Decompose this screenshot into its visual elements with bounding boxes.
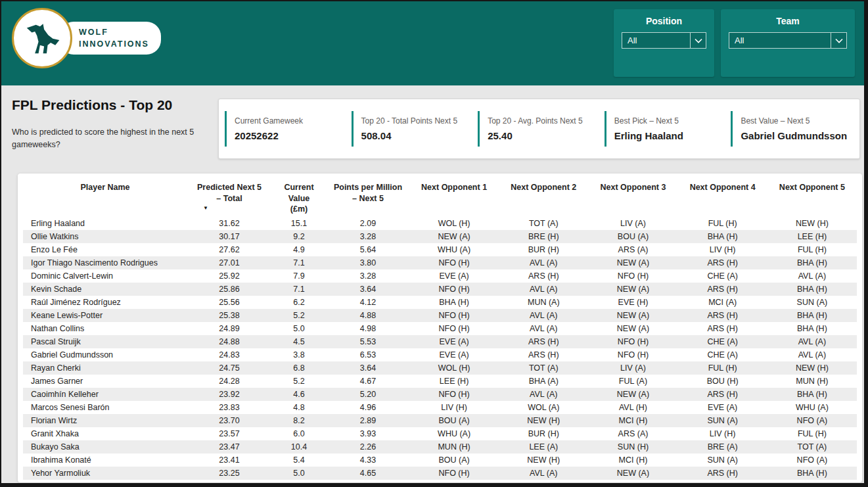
table-row[interactable]: James Garner24.285.24.67LEE (H)BHA (A)FU… <box>23 375 857 388</box>
table-row[interactable]: Granit Xhaka23.576.03.93WHU (A)BUR (H)AR… <box>23 427 857 440</box>
table-row[interactable]: Ibrahima Konaté23.415.44.33BOU (A)NEW (H… <box>23 453 857 467</box>
table-cell: LIV (A) <box>588 361 677 375</box>
table-cell: NEW (A) <box>588 256 677 269</box>
page-title: FPL Predictions - Top 20 <box>12 97 172 113</box>
table-cell: 6.0 <box>271 427 327 440</box>
player-name-cell: Pascal Struijk <box>23 335 187 348</box>
table-cell: 4.33 <box>327 453 409 467</box>
table-row[interactable]: Bukayo Saka23.4710.42.26MUN (H)LEE (A)SU… <box>23 440 857 453</box>
table-cell: 4.96 <box>327 401 409 414</box>
table-cell: NFO (H) <box>588 335 677 348</box>
column-header[interactable]: Next Opponent 5 <box>767 177 857 217</box>
column-header[interactable]: Next Opponent 4 <box>678 177 767 217</box>
table-cell: 23.41 <box>187 453 271 467</box>
table-cell: BRE (A) <box>678 440 767 453</box>
table-cell: 25.56 <box>187 296 271 309</box>
table-cell: NEW (A) <box>588 309 677 322</box>
kpi-avg-points: Top 20 - Avg. Points Next 5 25.40 <box>478 111 601 147</box>
table-row[interactable]: Erling Haaland31.6215.12.09WOL (H)TOT (A… <box>23 217 857 230</box>
table-row[interactable]: Caoimhín Kelleher23.924.65.20NFO (H)AVL … <box>23 388 857 401</box>
player-name-cell: Igor Thiago Nascimento Rodrigues <box>23 256 187 269</box>
player-name-cell: Ibrahima Konaté <box>23 453 187 467</box>
table-cell: 3.93 <box>327 427 409 440</box>
player-name-cell: Florian Wirtz <box>23 414 187 427</box>
table-cell: 23.57 <box>187 427 271 440</box>
column-header[interactable]: Next Opponent 3 <box>588 177 677 217</box>
table-cell: ARS (H) <box>678 309 767 322</box>
table-cell: 3.64 <box>327 283 409 296</box>
table-cell: 5.4 <box>271 453 327 467</box>
table-cell: BRE (H) <box>499 230 588 243</box>
header-bar: WOLF INNOVATIONS Position All Team All <box>1 1 864 85</box>
table-cell: NEW (A) <box>588 467 677 480</box>
team-dropdown[interactable]: All <box>729 32 847 49</box>
table-cell: 3.64 <box>327 361 409 375</box>
predictions-table-card: Player NamePredicted Next 5 – Total▼Curr… <box>18 174 862 482</box>
team-dropdown-value: All <box>735 35 744 45</box>
table-row[interactable]: Keane Lewis-Potter25.385.24.88NFO (H)AVL… <box>23 309 857 322</box>
table-row[interactable]: Florian Wirtz23.708.22.89BOU (A)NEW (H)M… <box>23 414 857 427</box>
table-cell: NEW (H) <box>767 217 857 230</box>
table-row[interactable]: Raúl Jiménez Rodríguez25.566.24.12BHA (H… <box>23 296 857 309</box>
column-header[interactable]: Points per Million – Next 5 <box>327 177 409 217</box>
table-cell: BHA (H) <box>767 322 857 335</box>
brand-name: WOLF INNOVATIONS <box>59 22 161 55</box>
table-cell: AVL (A) <box>499 309 588 322</box>
table-cell: SUN (H) <box>588 440 677 453</box>
table-cell: AVL (A) <box>767 335 857 348</box>
column-header[interactable]: Predicted Next 5 – Total▼ <box>187 177 271 217</box>
table-cell: 4.88 <box>327 309 409 322</box>
position-dropdown[interactable]: All <box>622 32 706 49</box>
table-row[interactable]: Enzo Le Fée27.624.95.64WHU (A)BUR (H)ARS… <box>23 243 857 256</box>
column-header[interactable]: Next Opponent 2 <box>499 177 588 217</box>
table-cell: BUR (H) <box>499 243 588 256</box>
table-cell: BHA (H) <box>767 467 857 480</box>
table-cell: CHE (A) <box>678 269 767 283</box>
table-cell: 6.53 <box>327 348 409 361</box>
player-name-cell: Kevin Schade <box>23 283 187 296</box>
table-cell: LEE (H) <box>409 375 499 388</box>
table-row[interactable]: Gabriel Gudmundsson24.833.86.53EVE (A)AR… <box>23 348 857 361</box>
player-name-cell: Marcos Senesi Barón <box>23 401 187 414</box>
table-row[interactable]: Nathan Collins24.895.04.98NFO (H)AVL (A)… <box>23 322 857 335</box>
position-dropdown-value: All <box>628 35 637 45</box>
table-row[interactable]: Rayan Cherki24.756.83.64WOL (H)TOT (A)LI… <box>23 361 857 375</box>
column-header[interactable]: Player Name <box>23 177 187 217</box>
table-cell: AVL (A) <box>499 467 588 480</box>
player-name-cell: Rayan Cherki <box>23 361 187 375</box>
column-header[interactable]: Next Opponent 1 <box>409 177 499 217</box>
table-cell: ARS (H) <box>678 322 767 335</box>
table-cell: 23.83 <box>187 401 271 414</box>
table-cell: 25.38 <box>187 309 271 322</box>
table-cell: LEE (H) <box>767 230 857 243</box>
kpi-current-gameweek: Current Gameweek 20252622 <box>225 111 348 147</box>
table-row[interactable]: Pascal Struijk24.884.55.53EVE (A)ARS (H)… <box>23 335 857 348</box>
table-cell: ARS (H) <box>678 388 767 401</box>
table-cell: AVL (A) <box>767 269 857 283</box>
table-cell: MCI (H) <box>588 453 677 467</box>
table-cell: MUN (H) <box>767 375 857 388</box>
table-cell: FUL (H) <box>767 427 857 440</box>
table-row[interactable]: Yehor Yarmoliuk23.255.04.65NFO (H)AVL (A… <box>23 467 857 480</box>
table-row[interactable]: Igor Thiago Nascimento Rodrigues27.017.1… <box>23 256 857 269</box>
table-cell: 23.70 <box>187 414 271 427</box>
table-row[interactable]: Dominic Calvert-Lewin25.927.93.28EVE (A)… <box>23 269 857 283</box>
table-cell: WOL (A) <box>499 401 588 414</box>
table-row[interactable]: Ollie Watkins30.179.23.28NEW (A)BRE (H)B… <box>23 230 857 243</box>
player-name-cell: Dominic Calvert-Lewin <box>23 269 187 283</box>
table-cell: 3.28 <box>327 230 409 243</box>
table-cell: SUN (A) <box>678 453 767 467</box>
player-name-cell: Enzo Le Fée <box>23 243 187 256</box>
table-cell: BUR (H) <box>499 427 588 440</box>
table-cell: LIV (H) <box>678 243 767 256</box>
table-row[interactable]: Kevin Schade25.867.13.64NFO (H)AVL (A)NE… <box>23 283 857 296</box>
kpi-label: Current Gameweek <box>235 116 342 126</box>
kpi-value: Gabriel Gudmundsson <box>741 130 848 141</box>
table-row[interactable]: Marcos Senesi Barón23.834.84.96LIV (H)WO… <box>23 401 857 414</box>
table-cell: LIV (H) <box>678 427 767 440</box>
table-cell: FUL (H) <box>678 361 767 375</box>
table-cell: EVE (A) <box>409 335 499 348</box>
column-header[interactable]: Current Value (£m) <box>271 177 327 217</box>
table-cell: 5.53 <box>327 335 409 348</box>
table-cell: EVE (H) <box>588 296 677 309</box>
